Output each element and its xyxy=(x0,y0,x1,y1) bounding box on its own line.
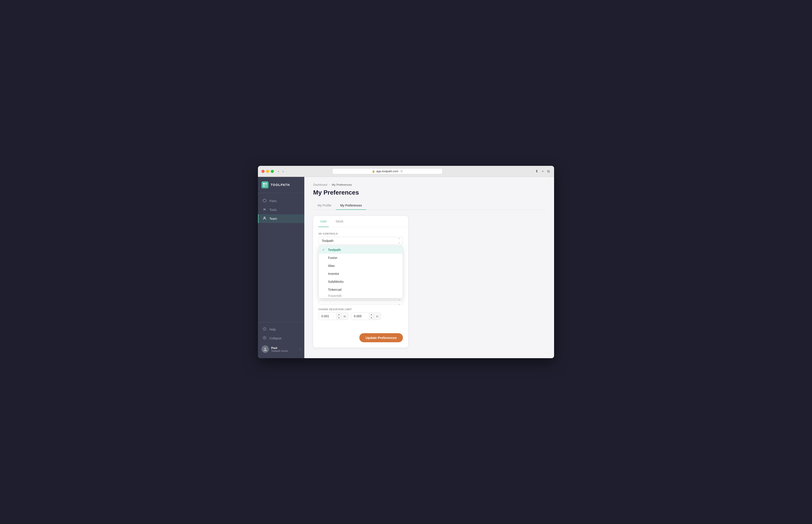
check-icon: ✓ xyxy=(322,248,326,251)
svg-point-8 xyxy=(264,217,265,218)
breadcrumb: Dashboard › My Preferences xyxy=(313,183,545,186)
value1-stepper: ▲ ▼ xyxy=(336,313,341,320)
sidebar-nav: Parts Tools xyxy=(258,193,304,322)
page-tabs: My Profile My Preferences xyxy=(313,201,545,210)
back-button[interactable]: ‹ xyxy=(276,168,280,174)
user-chevron-icon: › xyxy=(300,347,301,351)
app-layout: TOOLPATH Parts xyxy=(258,177,554,358)
update-preferences-button[interactable]: Update Preferences xyxy=(359,333,403,342)
sidebar-item-help[interactable]: ? Help xyxy=(258,325,304,334)
preferences-card: User Stock 3D CONTROLS Toolpath ⌃⌄ xyxy=(313,216,408,347)
new-tab-button[interactable]: + xyxy=(541,168,545,174)
controls-3d-select[interactable]: Toolpath xyxy=(319,237,403,245)
main-content: Dashboard › My Preferences My Preference… xyxy=(304,177,554,358)
sidebar-user[interactable]: Paul Toolpath Social › xyxy=(258,343,304,356)
sidebar-item-team[interactable]: Team xyxy=(258,214,304,223)
svg-rect-0 xyxy=(263,183,265,185)
user-name: Paul xyxy=(271,346,298,349)
sidebar-item-collapse[interactable]: Collapse xyxy=(258,334,304,343)
share-button[interactable]: ⬆ xyxy=(535,168,539,174)
value2-up-button[interactable]: ▲ xyxy=(369,313,374,316)
user-avatar xyxy=(261,345,269,353)
sidebar-item-collapse-label: Collapse xyxy=(269,337,281,340)
tabs-button[interactable]: ⧉ xyxy=(546,168,551,174)
dropdown-item-powermill[interactable]: PowerMill xyxy=(319,294,403,298)
tab-my-profile[interactable]: My Profile xyxy=(313,201,336,210)
svg-rect-1 xyxy=(265,183,267,185)
traffic-lights xyxy=(261,170,274,173)
forward-button[interactable]: › xyxy=(281,168,285,174)
logo-icon xyxy=(261,181,269,189)
browser-chrome: ‹ › 🔒 app.toolpath.com ↻ ⬆ + ⧉ xyxy=(258,166,554,177)
chord-deviation-label: CHORD DEVIATION LIMIT xyxy=(319,308,403,311)
url-text: app.toolpath.com xyxy=(376,169,399,173)
second-select[interactable] xyxy=(319,300,403,305)
user-info: Paul Toolpath Social xyxy=(271,346,298,352)
svg-rect-2 xyxy=(263,185,265,187)
chord-value1-group: ▲ ▼ in xyxy=(319,312,348,320)
tab-my-preferences[interactable]: My Preferences xyxy=(336,201,366,210)
controls-3d-select-wrapper: Toolpath ⌃⌄ ✓ Toolpath Fusion xyxy=(319,237,403,245)
second-select-group: ⌃⌄ xyxy=(319,300,403,305)
value1-up-button[interactable]: ▲ xyxy=(337,313,341,316)
dropdown-item-fusion-label: Fusion xyxy=(328,256,337,260)
value1-down-button[interactable]: ▼ xyxy=(337,316,341,320)
help-icon: ? xyxy=(263,327,267,332)
parts-icon xyxy=(263,199,267,203)
browser-nav-controls: ‹ › xyxy=(276,168,285,174)
tools-icon xyxy=(263,208,267,212)
dropdown-item-powermill-label: PowerMill xyxy=(328,294,341,298)
sidebar-item-help-label: Help xyxy=(269,328,276,331)
browser-actions: ⬆ + ⧉ xyxy=(535,168,551,174)
lock-icon: 🔒 xyxy=(372,170,375,173)
chord-value2-input[interactable] xyxy=(351,313,369,320)
controls-3d-label: 3D CONTROLS xyxy=(319,232,403,235)
sidebar-logo: TOOLPATH xyxy=(258,177,304,193)
address-bar[interactable]: 🔒 app.toolpath.com ↻ xyxy=(332,168,443,174)
sidebar-item-parts[interactable]: Parts xyxy=(258,197,304,206)
breadcrumb-parent[interactable]: Dashboard xyxy=(313,183,327,186)
svg-rect-3 xyxy=(265,185,267,187)
dropdown-item-fusion[interactable]: Fusion xyxy=(319,254,403,262)
card-body: 3D CONTROLS Toolpath ⌃⌄ ✓ Toolpath xyxy=(313,227,408,330)
unit1-label: in xyxy=(341,313,348,320)
dropdown-item-inventor-label: Inventor xyxy=(328,272,339,276)
sidebar-item-parts-label: Parts xyxy=(269,199,277,203)
dropdown-item-tinkercad[interactable]: Tinkercad xyxy=(319,286,403,294)
card-tab-stock[interactable]: Stock xyxy=(334,216,345,227)
svg-text:?: ? xyxy=(264,328,265,330)
close-button[interactable] xyxy=(261,170,265,173)
page-title: My Preferences xyxy=(313,189,545,196)
logo-text: TOOLPATH xyxy=(271,183,290,186)
dropdown-item-solidworks-label: SolidWorks xyxy=(328,280,344,283)
card-tabs: User Stock xyxy=(313,216,408,227)
reload-icon[interactable]: ↻ xyxy=(401,169,403,173)
breadcrumb-separator: › xyxy=(329,183,330,186)
card-tab-user[interactable]: User xyxy=(319,216,329,227)
inputs-row: ▲ ▼ in ▲ ▼ in xyxy=(319,312,403,320)
dropdown-item-solidworks[interactable]: SolidWorks xyxy=(319,278,403,286)
dropdown-item-tinkercad-label: Tinkercad xyxy=(328,288,341,291)
chord-value1-input[interactable] xyxy=(319,313,336,320)
dropdown-menu: ✓ Toolpath Fusion Alias xyxy=(319,246,403,298)
dropdown-item-inventor[interactable]: Inventor xyxy=(319,270,403,278)
unit2-label: in xyxy=(374,313,380,320)
maximize-button[interactable] xyxy=(271,170,274,173)
sidebar-item-tools-label: Tools xyxy=(269,208,277,212)
value2-down-button[interactable]: ▼ xyxy=(369,316,374,320)
svg-marker-4 xyxy=(263,199,266,202)
team-icon xyxy=(263,216,267,221)
value2-stepper: ▲ ▼ xyxy=(369,313,374,320)
breadcrumb-current: My Preferences xyxy=(332,183,352,186)
card-footer: Update Preferences xyxy=(313,330,408,347)
dropdown-item-toolpath-label: Toolpath xyxy=(328,248,341,251)
second-select-wrapper: ⌃⌄ xyxy=(319,300,403,305)
collapse-icon xyxy=(263,336,267,341)
controls-3d-group: 3D CONTROLS Toolpath ⌃⌄ ✓ Toolpath xyxy=(319,232,403,245)
sidebar: TOOLPATH Parts xyxy=(258,177,304,358)
sidebar-item-team-label: Team xyxy=(269,217,277,220)
dropdown-item-alias[interactable]: Alias xyxy=(319,262,403,270)
minimize-button[interactable] xyxy=(266,170,269,173)
dropdown-item-toolpath[interactable]: ✓ Toolpath xyxy=(319,246,403,254)
sidebar-item-tools[interactable]: Tools xyxy=(258,206,304,214)
